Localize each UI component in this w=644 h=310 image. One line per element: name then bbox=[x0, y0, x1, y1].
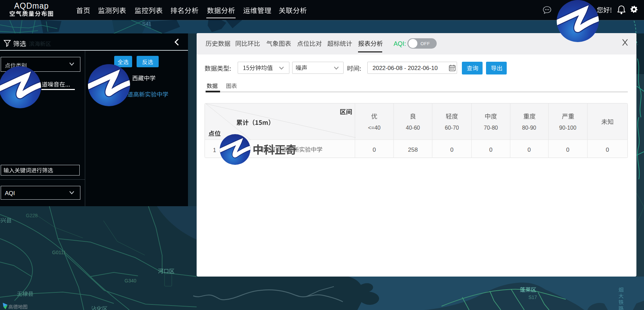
svg-text:90-100: 90-100 bbox=[559, 125, 576, 131]
svg-text:0: 0 bbox=[489, 147, 492, 153]
svg-text:40-60: 40-60 bbox=[406, 125, 420, 131]
svg-text:AQI:: AQI: bbox=[394, 40, 406, 47]
svg-text:G228: G228 bbox=[26, 213, 38, 218]
svg-text:OFF: OFF bbox=[420, 41, 430, 46]
svg-text:0: 0 bbox=[373, 147, 376, 153]
svg-text:80-90: 80-90 bbox=[522, 125, 536, 131]
svg-text:<=40: <=40 bbox=[368, 125, 381, 131]
svg-text:0: 0 bbox=[450, 147, 453, 153]
svg-text:2022-06-08 - 2022-06-10: 2022-06-08 - 2022-06-10 bbox=[373, 65, 438, 71]
svg-text:70-80: 70-80 bbox=[484, 125, 498, 131]
svg-text:0: 0 bbox=[606, 147, 609, 153]
svg-text:AQI: AQI bbox=[5, 190, 15, 197]
svg-text:60-70: 60-70 bbox=[445, 125, 459, 131]
svg-text:1: 1 bbox=[213, 147, 216, 153]
svg-text:258: 258 bbox=[408, 147, 418, 153]
svg-text:0: 0 bbox=[566, 147, 569, 153]
svg-text:0: 0 bbox=[527, 147, 531, 153]
svg-text:AQDmap: AQDmap bbox=[14, 1, 49, 10]
